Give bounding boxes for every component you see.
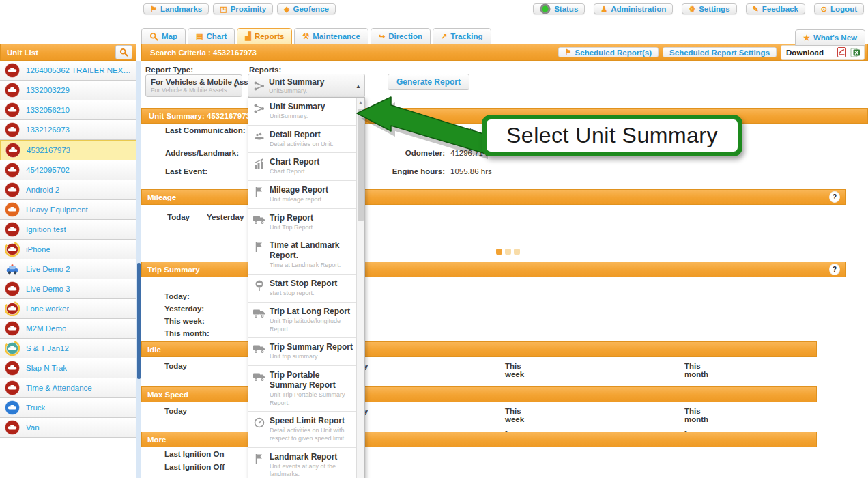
- carousel-dot[interactable]: [496, 249, 502, 255]
- settings-button[interactable]: ⚙ Settings: [682, 3, 736, 14]
- unit-row[interactable]: Lone worker: [0, 299, 136, 319]
- carousel-dot[interactable]: [505, 249, 511, 255]
- tab-label: Maintenance: [313, 32, 360, 40]
- help-icon[interactable]: ?: [829, 191, 840, 203]
- unit-row[interactable]: M2M Demo: [0, 319, 136, 339]
- report-option-mileage[interactable]: Mileage Report Unit mileage report.: [248, 181, 356, 209]
- unit-row[interactable]: Android 2: [0, 180, 136, 200]
- report-option-chart[interactable]: Chart Report Chart Report: [248, 153, 356, 181]
- utility-nav: Status ♟ Administration ⚙ Settings ✎ Fee…: [533, 3, 864, 14]
- sidebar-scrollbar-thumb[interactable]: [137, 263, 141, 379]
- report-type-select[interactable]: For Vehicles & Mobile Assets For Vehicle…: [145, 74, 242, 97]
- nav-button-label: Settings: [699, 5, 729, 13]
- max-speed-section-bar: Max Speed: [141, 386, 817, 402]
- truck-icon: [252, 307, 266, 333]
- unit-name: Ignition test: [26, 225, 66, 234]
- unit-row[interactable]: S & T Jan12: [0, 339, 136, 358]
- flag-icon: ⚑: [150, 5, 157, 13]
- unit-row[interactable]: 1332056210: [0, 100, 136, 120]
- main-tabs: Map ▤ Chart ▟ Reports ⚒ Maintenance ↪ Di…: [141, 28, 491, 44]
- unit-name: Van: [26, 423, 40, 432]
- reports-dropdown: Unit Summary UnitSummary. Detail Report …: [248, 97, 365, 478]
- search-criteria-bar: Search Criteria : 4532167973 ⚑ Scheduled…: [141, 44, 868, 61]
- unit-name: 1332126973: [26, 126, 70, 134]
- report-option-unit-summary[interactable]: Unit Summary UnitSummary.: [248, 98, 356, 126]
- app-screen: { "top_nav": { "left_buttons": [ {"name"…: [0, 0, 868, 478]
- sidebar-scrollbar[interactable]: [136, 61, 141, 478]
- unit-row[interactable]: Heavy Equipment: [0, 200, 136, 220]
- scheduled-report-settings-button[interactable]: Scheduled Report Settings: [663, 47, 777, 57]
- flag-icon: [252, 452, 266, 478]
- unit-row[interactable]: Van: [0, 418, 136, 438]
- speedometer-icon: [252, 416, 266, 442]
- report-option-trip[interactable]: Trip Report Unit Trip Report.: [248, 209, 356, 237]
- nodes-icon: [253, 77, 265, 94]
- report-option-speed-limit[interactable]: Speed Limit Report Detail activities on …: [248, 412, 356, 447]
- unit-row[interactable]: Live Demo 3: [0, 279, 136, 299]
- bar-chart-icon: ▟: [245, 33, 250, 40]
- red-vehicle-icon: [5, 420, 20, 435]
- report-option-detail[interactable]: Detail Report Detail activities on Unit.: [248, 126, 356, 154]
- unit-row[interactable]: 4542095702: [0, 160, 136, 180]
- magnifier-icon: [119, 48, 128, 57]
- unit-row[interactable]: iPhone: [0, 240, 136, 259]
- generate-report-button[interactable]: Generate Report: [388, 74, 469, 90]
- administration-button[interactable]: ♟ Administration: [594, 3, 673, 14]
- status-button[interactable]: Status: [533, 3, 585, 14]
- report-option-start-stop[interactable]: Start Stop Report start stop report.: [248, 275, 356, 303]
- carousel-dots: [496, 249, 520, 255]
- unit-search-button[interactable]: [115, 45, 132, 59]
- report-option-trip-summary[interactable]: Trip Summary Report Unit trip summary.: [248, 338, 356, 366]
- unit-row-selected[interactable]: 4532167973: [0, 140, 136, 160]
- unit-row[interactable]: Time & Attendance: [0, 378, 136, 398]
- tab-maintenance[interactable]: ⚒ Maintenance: [294, 28, 368, 44]
- carousel-dot[interactable]: [514, 249, 520, 255]
- reports-dropdown-list: Unit Summary UnitSummary. Detail Report …: [248, 98, 356, 478]
- red-vehicle-icon: [5, 361, 20, 376]
- red-vehicle-icon: [5, 102, 20, 117]
- clipboard-icon: ▤: [196, 33, 203, 40]
- report-option-landmark[interactable]: Landmark Report Unit events at any of th…: [248, 448, 356, 478]
- unit-row[interactable]: 1264005362 TRAILER NEXGEN: [0, 61, 136, 81]
- unit-name: S & T Jan12: [26, 344, 69, 352]
- report-option-trip-lat-long[interactable]: Trip Lat Long Report Unit Trip latitude/…: [248, 303, 356, 338]
- report-option-time-at-landmark[interactable]: Time at Landmark Report. Time at Landmar…: [248, 236, 356, 275]
- stat-column: This week -: [505, 362, 524, 389]
- unit-name: Time & Attendance: [26, 384, 92, 392]
- landmarks-button[interactable]: ⚑ Landmarks: [143, 3, 209, 14]
- red-vehicle-icon: [5, 122, 20, 137]
- logout-button[interactable]: ⊙ Logout: [814, 3, 864, 14]
- scheduled-reports-button[interactable]: ⚑ Scheduled Report(s): [558, 47, 659, 57]
- unit-row[interactable]: Ignition test: [0, 220, 136, 240]
- whats-new-button[interactable]: ★ What's New: [795, 29, 865, 46]
- report-option-trip-portable-summary[interactable]: Trip Portable Summary Report Unit Trip P…: [248, 366, 356, 412]
- tab-direction[interactable]: ↪ Direction: [371, 28, 431, 44]
- nav-button-label: Geofence: [293, 5, 329, 13]
- unit-row[interactable]: Truck: [0, 398, 136, 418]
- tab-label: Direction: [388, 32, 422, 40]
- nav-button-label: Logout: [830, 5, 857, 13]
- stop-sign-icon: [252, 279, 266, 298]
- geofence-button[interactable]: ◈ Geofence: [277, 3, 336, 14]
- unit-name: Live Demo 3: [26, 285, 70, 293]
- feedback-button[interactable]: ✎ Feedback: [746, 3, 805, 14]
- tab-tracking[interactable]: ↗ Tracking: [433, 28, 491, 44]
- tab-chart[interactable]: ▤ Chart: [188, 28, 235, 44]
- excel-download-icon[interactable]: [850, 48, 860, 57]
- primary-nav: ⚑ Landmarks ◳ Proximity ◈ Geofence: [143, 3, 336, 14]
- unit-list-title: Unit List: [7, 48, 38, 57]
- unit-row[interactable]: 1332003229: [0, 81, 136, 100]
- unit-row[interactable]: Live Demo 2: [0, 259, 136, 279]
- tab-reports[interactable]: ▟ Reports: [237, 28, 292, 44]
- flag-icon: [252, 185, 266, 204]
- proximity-button[interactable]: ◳ Proximity: [213, 3, 273, 14]
- tab-map[interactable]: Map: [141, 28, 186, 44]
- unit-row[interactable]: 1332126973: [0, 120, 136, 140]
- blue-car-icon: [5, 262, 20, 277]
- pdf-download-icon[interactable]: [837, 47, 846, 57]
- unit-name: Slap N Trak: [26, 364, 67, 372]
- unit-row[interactable]: Slap N Trak: [0, 358, 136, 378]
- unit-name: Truck: [26, 404, 45, 412]
- help-icon[interactable]: ?: [829, 264, 840, 275]
- reports-select[interactable]: Unit Summary UnitSummary. ▲: [248, 74, 365, 98]
